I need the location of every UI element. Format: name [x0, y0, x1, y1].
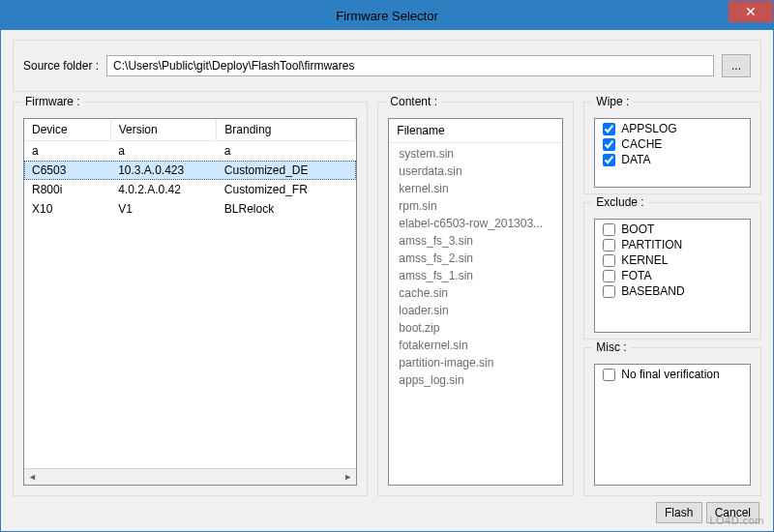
exclude-item[interactable]: PARTITION — [601, 237, 744, 252]
client-area: Source folder : ... Firmware : Device — [1, 30, 773, 531]
list-item[interactable]: amss_fs_3.sin — [389, 232, 562, 250]
exclude-item[interactable]: BASEBAND — [601, 283, 744, 299]
exclude-label: BASEBAND — [621, 284, 684, 298]
table-row[interactable]: X10V1BLRelock — [24, 199, 356, 219]
wipe-label: DATA — [621, 153, 650, 166]
list-item[interactable]: elabel-c6503-row_201303... — [389, 215, 562, 232]
exclude-label: BOOT — [621, 222, 654, 236]
source-folder-group: Source folder : ... — [13, 40, 761, 92]
exclude-checkbox[interactable] — [603, 270, 615, 282]
table-row[interactable]: R800i4.0.2.A.0.42Customized_FR — [24, 180, 356, 199]
exclude-item[interactable]: BOOT — [601, 222, 744, 237]
exclude-checkbox[interactable] — [603, 223, 615, 236]
misc-label: No final verification — [621, 368, 719, 381]
firmware-table[interactable]: Device Version Branding aaaC650310.3.A.0… — [24, 119, 356, 219]
source-folder-input[interactable] — [106, 55, 714, 76]
wipe-item[interactable]: DATA — [601, 152, 744, 167]
exclude-legend: Exclude : — [592, 195, 647, 209]
list-item[interactable]: amss_fs_1.sin — [389, 267, 562, 284]
misc-list: No final verification — [594, 364, 751, 486]
list-item[interactable]: userdata.sin — [389, 163, 562, 180]
content-group: Content : Filename system.sinuserdata.si… — [377, 102, 574, 496]
exclude-checkbox[interactable] — [603, 254, 615, 267]
window-title: Firmware Selector — [1, 9, 773, 23]
wipe-list: APPSLOGCACHEDATA — [594, 118, 751, 188]
wipe-legend: Wipe : — [592, 95, 633, 108]
close-icon: ✕ — [745, 4, 757, 19]
misc-checkbox[interactable] — [603, 369, 615, 381]
cancel-button[interactable]: Cancel — [706, 502, 759, 523]
firmware-table-container: Device Version Branding aaaC650310.3.A.0… — [23, 118, 357, 486]
list-item[interactable]: loader.sin — [389, 302, 562, 319]
wipe-label: CACHE — [621, 137, 662, 151]
firmware-legend: Firmware : — [21, 95, 84, 108]
list-item[interactable]: cache.sin — [389, 284, 562, 302]
scroll-left-icon[interactable]: ◄ — [24, 469, 41, 486]
exclude-item[interactable]: FOTA — [601, 268, 744, 283]
wipe-item[interactable]: CACHE — [601, 136, 744, 152]
wipe-checkbox[interactable] — [603, 123, 615, 135]
wipe-group: Wipe : APPSLOGCACHEDATA — [583, 102, 761, 194]
list-item[interactable]: system.sin — [389, 145, 562, 163]
exclude-label: PARTITION — [621, 238, 682, 251]
exclude-label: FOTA — [621, 269, 651, 282]
col-device[interactable]: Device — [24, 119, 110, 141]
exclude-item[interactable]: KERNEL — [601, 252, 744, 268]
footer: Flash Cancel — [13, 496, 761, 525]
misc-group: Misc : No final verification — [583, 347, 761, 496]
firmware-hscrollbar[interactable]: ◄ ► — [24, 468, 356, 485]
misc-legend: Misc : — [592, 340, 630, 354]
firmware-group: Firmware : Device Version Branding — [13, 102, 368, 496]
firmware-selector-window: Firmware Selector ✕ Source folder : ... … — [0, 0, 774, 532]
flash-button[interactable]: Flash — [656, 502, 702, 523]
col-version[interactable]: Version — [110, 119, 217, 141]
wipe-label: APPSLOG — [621, 122, 676, 135]
content-list[interactable]: Filename system.sinuserdata.sinkernel.si… — [388, 118, 563, 486]
exclude-list[interactable]: BOOTPARTITIONKERNELFOTABASEBAND — [594, 219, 751, 333]
source-folder-label: Source folder : — [23, 59, 99, 73]
exclude-label: KERNEL — [621, 253, 668, 267]
scroll-right-icon[interactable]: ► — [340, 469, 356, 486]
list-item[interactable]: apps_log.sin — [389, 371, 562, 389]
exclude-checkbox[interactable] — [603, 285, 615, 298]
col-branding[interactable]: Branding — [217, 119, 356, 141]
list-item[interactable]: amss_fs_2.sin — [389, 250, 562, 267]
content-legend: Content : — [386, 95, 441, 108]
list-item[interactable]: boot.zip — [389, 319, 562, 337]
list-item[interactable]: fotakernel.sin — [389, 337, 562, 354]
content-header[interactable]: Filename — [389, 119, 562, 143]
misc-item[interactable]: No final verification — [601, 367, 744, 382]
titlebar: Firmware Selector ✕ — [1, 1, 773, 30]
table-row[interactable]: C650310.3.A.0.423Customized_DE — [24, 161, 356, 180]
browse-button[interactable]: ... — [722, 54, 751, 77]
wipe-item[interactable]: APPSLOG — [601, 121, 744, 136]
exclude-group: Exclude : BOOTPARTITIONKERNELFOTABASEBAN… — [583, 202, 761, 340]
exclude-checkbox[interactable] — [603, 239, 615, 251]
list-item[interactable]: rpm.sin — [389, 197, 562, 215]
list-item[interactable]: kernel.sin — [389, 180, 562, 197]
wipe-checkbox[interactable] — [603, 138, 615, 151]
table-filter-row[interactable]: aaa — [24, 141, 356, 162]
list-item[interactable]: partition-image.sin — [389, 354, 562, 371]
close-button[interactable]: ✕ — [729, 1, 773, 22]
wipe-checkbox[interactable] — [603, 154, 615, 166]
